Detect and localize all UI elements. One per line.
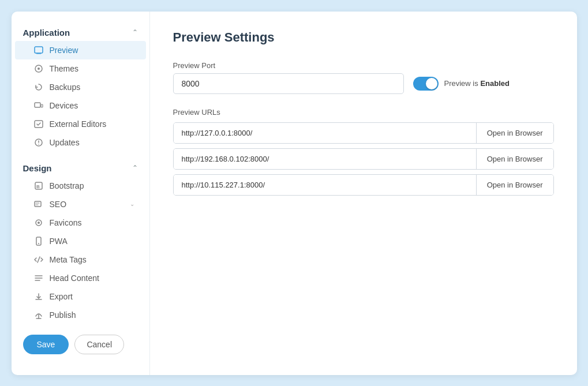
svg-rect-5 (41, 104, 43, 107)
sidebar-item-devices[interactable]: Devices (15, 96, 146, 115)
sidebar-item-external-editors-label: External Editors (50, 119, 107, 129)
sidebar-item-updates[interactable]: Updates (15, 133, 146, 152)
export-icon (33, 291, 44, 302)
port-row: Preview is Enabled (173, 73, 554, 94)
open-browser-button-0[interactable]: Open in Browser (476, 123, 553, 143)
preview-icon (33, 45, 44, 55)
sidebar-item-preview[interactable]: Preview (15, 41, 146, 59)
save-button[interactable]: Save (23, 335, 69, 354)
backups-icon (33, 82, 44, 92)
sidebar-item-backups[interactable]: Backups (15, 78, 146, 96)
sidebar-item-backups-label: Backups (50, 83, 81, 92)
head-content-icon (33, 273, 44, 283)
svg-point-18 (38, 243, 39, 244)
sidebar-item-favicons-label: Favicons (50, 218, 82, 227)
pwa-icon (33, 236, 44, 246)
sidebar-item-favicons[interactable]: Favicons (15, 213, 146, 232)
sidebar-item-preview-label: Preview (50, 46, 78, 55)
svg-rect-12 (35, 201, 41, 207)
sidebar-item-devices-label: Devices (50, 101, 78, 110)
design-section-header[interactable]: Design ⌃ (12, 159, 149, 177)
themes-icon (33, 63, 44, 74)
seo-icon (33, 199, 44, 209)
sidebar-item-external-editors[interactable]: External Editors (15, 115, 146, 133)
url-row-0: http://127.0.0.1:8000/ Open in Browser (173, 122, 554, 144)
preview-port-input[interactable] (173, 73, 404, 94)
application-chevron-icon: ⌃ (132, 28, 138, 36)
svg-point-9 (38, 144, 39, 145)
application-section-title: Application (23, 28, 70, 38)
sidebar-item-export-label: Export (50, 292, 73, 301)
sidebar-item-pwa[interactable]: PWA (15, 232, 146, 250)
app-container: Application ⌃ Preview Themes (12, 12, 577, 375)
seo-chevron-icon: ⌄ (130, 201, 134, 207)
svg-line-19 (38, 257, 40, 263)
sidebar-item-head-content-label: Head Content (50, 273, 99, 283)
sidebar-item-seo-label: SEO (50, 200, 67, 209)
bootstrap-icon: B (33, 181, 44, 191)
sidebar-item-updates-label: Updates (50, 138, 80, 147)
design-chevron-icon: ⌃ (132, 164, 138, 172)
sidebar-item-meta-tags-label: Meta Tags (50, 255, 87, 264)
meta-tags-icon (33, 254, 44, 265)
cancel-button[interactable]: Cancel (74, 335, 124, 354)
sidebar-item-themes[interactable]: Themes (15, 59, 146, 78)
favicons-icon (33, 218, 44, 228)
publish-icon (33, 310, 44, 320)
sidebar: Application ⌃ Preview Themes (12, 12, 150, 375)
svg-text:B: B (36, 184, 40, 189)
sidebar-item-head-content[interactable]: Head Content (15, 269, 146, 287)
open-browser-button-1[interactable]: Open in Browser (476, 149, 553, 169)
url-text-2: http://10.115.227.1:8000/ (174, 175, 476, 195)
sidebar-item-bootstrap-label: Bootstrap (50, 181, 84, 190)
sidebar-item-publish[interactable]: Publish (15, 306, 146, 324)
open-browser-button-2[interactable]: Open in Browser (476, 175, 553, 195)
svg-rect-4 (35, 103, 40, 107)
url-row-1: http://192.168.0.102:8000/ Open in Brows… (173, 148, 554, 170)
url-text-1: http://192.168.0.102:8000/ (174, 149, 476, 169)
sidebar-bottom-actions: Save Cancel (12, 325, 149, 363)
svg-rect-0 (35, 47, 43, 53)
sidebar-item-seo[interactable]: SEO ⌄ (15, 195, 146, 213)
sidebar-item-export[interactable]: Export (15, 287, 146, 306)
svg-point-16 (38, 222, 40, 224)
sidebar-item-themes-label: Themes (50, 64, 79, 73)
preview-toggle[interactable] (413, 77, 439, 91)
url-row-2: http://10.115.227.1:8000/ Open in Browse… (173, 174, 554, 196)
updates-icon (33, 137, 44, 148)
toggle-container: Preview is Enabled (413, 77, 510, 91)
sidebar-item-publish-label: Publish (50, 310, 76, 320)
toggle-status-label: Preview is Enabled (444, 79, 510, 88)
main-content: Preview Settings Preview Port Preview is… (150, 12, 577, 375)
devices-icon (33, 100, 44, 111)
preview-urls-label: Preview URLs (173, 108, 554, 117)
svg-point-3 (38, 68, 40, 70)
page-title: Preview Settings (173, 30, 554, 45)
external-editors-icon (33, 119, 44, 129)
sidebar-item-pwa-label: PWA (50, 237, 68, 246)
url-text-0: http://127.0.0.1:8000/ (174, 123, 476, 143)
sidebar-item-bootstrap[interactable]: B Bootstrap (15, 177, 146, 195)
svg-rect-1 (36, 53, 41, 54)
sidebar-item-meta-tags[interactable]: Meta Tags (15, 250, 146, 269)
preview-port-label: Preview Port (173, 61, 554, 70)
application-section-header[interactable]: Application ⌃ (12, 23, 149, 41)
design-section-title: Design (23, 163, 52, 173)
toggle-knob (426, 78, 437, 89)
